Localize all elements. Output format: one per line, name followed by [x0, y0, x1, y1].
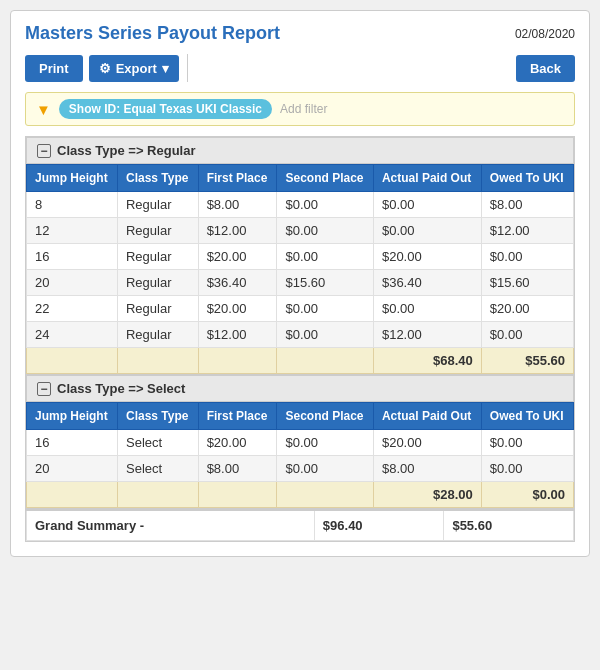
col-header-select-4: Actual Paid Out	[373, 403, 481, 430]
cell-regular-4-2: $20.00	[198, 296, 277, 322]
cell-select-1-1: Select	[117, 456, 198, 482]
col-header-regular-3: Second Place	[277, 165, 373, 192]
cell-regular-5-2: $12.00	[198, 322, 277, 348]
cell-regular-1-0: 12	[27, 218, 118, 244]
col-header-regular-1: Class Type	[117, 165, 198, 192]
cell-regular-2-1: Regular	[117, 244, 198, 270]
section-header-text-select: Class Type => Select	[57, 381, 185, 396]
header-row: Masters Series Payout Report 02/08/2020	[25, 23, 575, 44]
cell-select-1-3: $0.00	[277, 456, 373, 482]
section-header-text-regular: Class Type => Regular	[57, 143, 196, 158]
cell-select-0-3: $0.00	[277, 430, 373, 456]
cell-regular-4-3: $0.00	[277, 296, 373, 322]
subtotal-owed-select: $0.00	[481, 482, 573, 508]
cell-regular-0-2: $8.00	[198, 192, 277, 218]
subtotal-row-regular: $68.40$55.60	[27, 348, 574, 374]
cell-regular-0-1: Regular	[117, 192, 198, 218]
subtotal-row-select: $28.00$0.00	[27, 482, 574, 508]
table-header-row-select: Jump HeightClass TypeFirst PlaceSecond P…	[27, 403, 574, 430]
subtotal-empty-select-1	[117, 482, 198, 508]
cell-regular-5-4: $12.00	[373, 322, 481, 348]
cell-select-1-2: $8.00	[198, 456, 277, 482]
grand-summary-wrapper: Grand Summary - $96.40 $55.60	[25, 509, 575, 542]
col-header-regular-2: First Place	[198, 165, 277, 192]
table-row: 24Regular$12.00$0.00$12.00$0.00	[27, 322, 574, 348]
subtotal-empty-regular-2	[198, 348, 277, 374]
cell-select-1-5: $0.00	[481, 456, 573, 482]
grand-summary-owed: $55.60	[444, 510, 574, 541]
subtotal-actual-select: $28.00	[373, 482, 481, 508]
col-header-regular-0: Jump Height	[27, 165, 118, 192]
grand-summary-label: Grand Summary -	[27, 510, 315, 541]
subtotal-empty-regular-1	[117, 348, 198, 374]
grand-summary-actual: $96.40	[314, 510, 444, 541]
filter-tag[interactable]: Show ID: Equal Texas UKI Classic	[59, 99, 272, 119]
add-filter-link[interactable]: Add filter	[280, 102, 327, 116]
caret-icon: ▾	[162, 61, 169, 76]
page-title: Masters Series Payout Report	[25, 23, 280, 44]
filter-funnel-icon: ▼	[36, 101, 51, 118]
col-header-select-2: First Place	[198, 403, 277, 430]
cell-regular-3-5: $15.60	[481, 270, 573, 296]
cell-select-0-5: $0.00	[481, 430, 573, 456]
col-header-regular-4: Actual Paid Out	[373, 165, 481, 192]
cell-regular-1-4: $0.00	[373, 218, 481, 244]
subtotal-actual-regular: $68.40	[373, 348, 481, 374]
table-row: 8Regular$8.00$0.00$0.00$8.00	[27, 192, 574, 218]
cell-regular-4-5: $20.00	[481, 296, 573, 322]
back-button[interactable]: Back	[516, 55, 575, 82]
filter-bar: ▼ Show ID: Equal Texas UKI Classic Add f…	[25, 92, 575, 126]
table-regular: Jump HeightClass TypeFirst PlaceSecond P…	[26, 164, 574, 374]
cell-regular-0-3: $0.00	[277, 192, 373, 218]
export-button[interactable]: ⚙ Export ▾	[89, 55, 179, 82]
table-row: 22Regular$20.00$0.00$0.00$20.00	[27, 296, 574, 322]
grand-summary-row: Grand Summary - $96.40 $55.60	[27, 510, 574, 541]
cell-regular-3-4: $36.40	[373, 270, 481, 296]
export-label: Export	[116, 61, 157, 76]
section-header-select: −Class Type => Select	[26, 375, 574, 402]
cell-select-1-0: 20	[27, 456, 118, 482]
cell-regular-5-0: 24	[27, 322, 118, 348]
collapse-icon-select[interactable]: −	[37, 382, 51, 396]
subtotal-empty-regular-3	[277, 348, 373, 374]
cell-regular-3-2: $36.40	[198, 270, 277, 296]
col-header-select-0: Jump Height	[27, 403, 118, 430]
toolbar-row: Print ⚙ Export ▾ Back	[25, 54, 575, 82]
col-header-select-3: Second Place	[277, 403, 373, 430]
cell-regular-0-5: $8.00	[481, 192, 573, 218]
table-row: 20Select$8.00$0.00$8.00$0.00	[27, 456, 574, 482]
subtotal-empty-select-2	[198, 482, 277, 508]
cell-select-1-4: $8.00	[373, 456, 481, 482]
cell-regular-0-0: 8	[27, 192, 118, 218]
cell-regular-1-5: $12.00	[481, 218, 573, 244]
cell-regular-0-4: $0.00	[373, 192, 481, 218]
page-container: Masters Series Payout Report 02/08/2020 …	[10, 10, 590, 557]
section-wrapper-select: −Class Type => SelectJump HeightClass Ty…	[25, 375, 575, 509]
table-row: 16Select$20.00$0.00$20.00$0.00	[27, 430, 574, 456]
section-wrapper-regular: −Class Type => RegularJump HeightClass T…	[25, 136, 575, 375]
table-row: 16Regular$20.00$0.00$20.00$0.00	[27, 244, 574, 270]
subtotal-empty-regular-0	[27, 348, 118, 374]
print-button[interactable]: Print	[25, 55, 83, 82]
cell-select-0-4: $20.00	[373, 430, 481, 456]
gear-icon: ⚙	[99, 61, 111, 76]
subtotal-empty-select-3	[277, 482, 373, 508]
grand-summary-table: Grand Summary - $96.40 $55.60	[26, 509, 574, 541]
cell-regular-5-5: $0.00	[481, 322, 573, 348]
cell-regular-2-0: 16	[27, 244, 118, 270]
cell-regular-4-0: 22	[27, 296, 118, 322]
table-select: Jump HeightClass TypeFirst PlaceSecond P…	[26, 402, 574, 508]
table-header-row-regular: Jump HeightClass TypeFirst PlaceSecond P…	[27, 165, 574, 192]
table-row: 12Regular$12.00$0.00$0.00$12.00	[27, 218, 574, 244]
cell-regular-1-3: $0.00	[277, 218, 373, 244]
col-header-regular-5: Owed To UKI	[481, 165, 573, 192]
cell-regular-1-1: Regular	[117, 218, 198, 244]
col-header-select-5: Owed To UKI	[481, 403, 573, 430]
section-header-regular: −Class Type => Regular	[26, 137, 574, 164]
cell-select-0-2: $20.00	[198, 430, 277, 456]
cell-regular-5-1: Regular	[117, 322, 198, 348]
collapse-icon-regular[interactable]: −	[37, 144, 51, 158]
subtotal-owed-regular: $55.60	[481, 348, 573, 374]
toolbar-divider	[187, 54, 188, 82]
cell-regular-2-5: $0.00	[481, 244, 573, 270]
